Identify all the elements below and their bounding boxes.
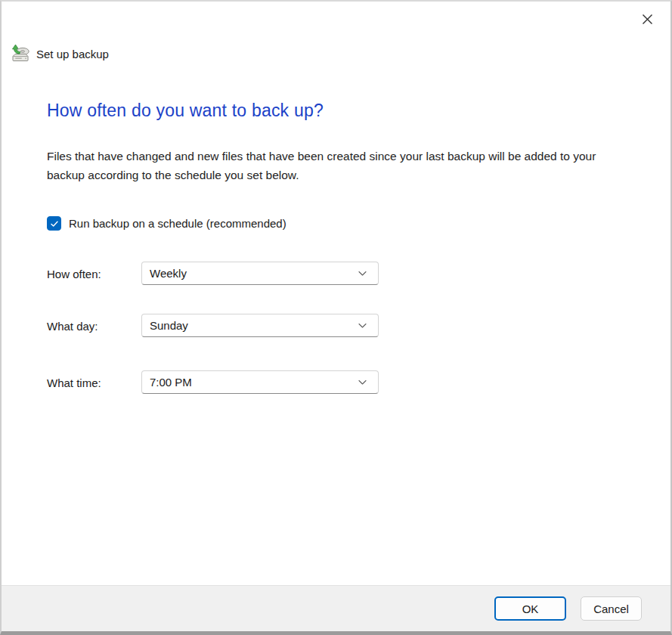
how-often-dropdown[interactable]: Weekly	[141, 262, 379, 285]
chevron-down-icon	[358, 321, 367, 330]
chevron-down-icon	[358, 377, 367, 387]
close-button[interactable]	[634, 6, 660, 32]
what-day-label: What day:	[47, 320, 98, 333]
what-day-value: Sunday	[150, 319, 358, 332]
chevron-down-icon	[358, 268, 367, 278]
schedule-checkbox[interactable]	[47, 216, 61, 231]
wizard-title: Set up backup	[11, 44, 109, 64]
how-often-value: Weekly	[150, 267, 358, 280]
backup-drive-icon	[11, 44, 30, 64]
ok-button[interactable]: OK	[494, 596, 566, 621]
dialog-footer: OK Cancel	[2, 585, 670, 631]
schedule-checkbox-row: Run backup on a schedule (recommended)	[47, 216, 286, 231]
page-description: Files that have changed and new files th…	[47, 147, 633, 184]
schedule-checkbox-label: Run backup on a schedule (recommended)	[69, 217, 286, 230]
what-time-value: 7:00 PM	[150, 376, 358, 389]
how-often-label: How often:	[47, 268, 101, 280]
close-icon	[642, 14, 653, 25]
page-heading: How often do you want to back up?	[47, 101, 324, 121]
setup-backup-dialog: Set up backup How often do you want to b…	[0, 0, 672, 635]
wizard-title-label: Set up backup	[36, 48, 109, 60]
what-time-label: What time:	[47, 376, 101, 389]
what-day-dropdown[interactable]: Sunday	[141, 314, 379, 337]
cancel-button[interactable]: Cancel	[581, 596, 642, 621]
what-time-dropdown[interactable]: 7:00 PM	[141, 370, 379, 394]
checkmark-icon	[50, 219, 59, 228]
